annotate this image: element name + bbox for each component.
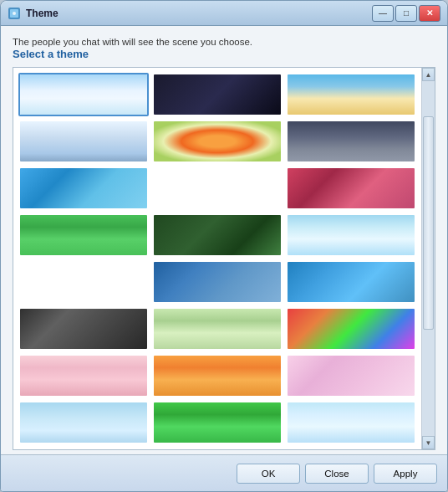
theme-thumbnail <box>20 74 147 115</box>
close-window-button[interactable]: ✕ <box>419 5 440 22</box>
theme-item[interactable] <box>18 73 149 116</box>
description-text: The people you chat with will see the sc… <box>13 37 252 47</box>
theme-item[interactable] <box>152 120 283 163</box>
theme-thumbnail <box>20 215 147 255</box>
maximize-button[interactable]: □ <box>395 5 417 22</box>
theme-item[interactable] <box>152 260 283 304</box>
theme-thumbnail <box>288 402 415 443</box>
theme-item[interactable] <box>18 120 149 163</box>
theme-thumbnail <box>288 168 415 208</box>
theme-thumbnail <box>288 121 415 161</box>
scroll-up-button[interactable]: ▲ <box>422 68 435 81</box>
dialog-footer: OK Close Apply <box>1 454 447 491</box>
theme-item[interactable] <box>152 354 283 397</box>
theme-thumbnail <box>154 402 281 443</box>
svg-point-2 <box>13 12 16 15</box>
window-title: Theme <box>26 8 372 19</box>
theme-item[interactable] <box>286 167 416 210</box>
theme-thumbnail <box>20 402 147 443</box>
title-bar: Theme — □ ✕ <box>1 1 447 26</box>
window-icon <box>8 7 21 20</box>
themes-grid <box>13 68 421 449</box>
theme-item[interactable] <box>18 401 149 444</box>
apply-button[interactable]: Apply <box>374 464 437 484</box>
theme-thumbnail <box>288 215 415 255</box>
theme-item[interactable] <box>152 401 283 444</box>
theme-item[interactable] <box>18 167 149 210</box>
window-controls: — □ ✕ <box>372 5 440 22</box>
theme-item[interactable] <box>152 73 283 116</box>
theme-thumbnail <box>20 356 147 396</box>
ok-button[interactable]: OK <box>237 464 300 484</box>
theme-item[interactable] <box>152 307 283 351</box>
theme-item[interactable] <box>18 307 149 351</box>
theme-thumbnail <box>154 356 281 396</box>
theme-thumbnail <box>20 309 147 349</box>
theme-thumbnail <box>20 168 147 208</box>
theme-item[interactable] <box>286 401 416 444</box>
theme-thumbnail <box>288 309 415 349</box>
scroll-down-button[interactable]: ▼ <box>422 436 435 449</box>
theme-item[interactable] <box>286 73 416 116</box>
theme-thumbnail <box>154 309 281 349</box>
theme-thumbnail <box>154 262 281 302</box>
scrollbar: ▲ ▼ <box>421 68 435 449</box>
theme-thumbnail <box>154 168 281 208</box>
theme-thumbnail <box>288 74 415 115</box>
theme-item[interactable] <box>286 307 416 351</box>
theme-thumbnail <box>288 356 415 396</box>
dialog-content: The people you chat with will see the sc… <box>1 26 447 454</box>
theme-thumbnail <box>20 121 147 161</box>
theme-thumbnail <box>154 121 281 161</box>
scroll-track <box>422 81 435 436</box>
scroll-thumb[interactable] <box>423 116 434 329</box>
theme-item[interactable] <box>18 260 149 304</box>
minimize-button[interactable]: — <box>372 5 394 22</box>
theme-thumbnail <box>288 262 415 302</box>
theme-item[interactable] <box>286 213 416 257</box>
theme-item[interactable] <box>152 213 283 257</box>
theme-thumbnail <box>154 74 281 115</box>
theme-item[interactable] <box>286 120 416 163</box>
theme-item[interactable] <box>152 167 283 210</box>
themes-section: ▲ ▼ <box>13 67 435 450</box>
themes-area: ▲ ▼ <box>13 67 435 450</box>
theme-item[interactable] <box>18 354 149 397</box>
theme-thumbnail <box>154 215 281 255</box>
theme-item[interactable] <box>18 213 149 257</box>
close-button[interactable]: Close <box>305 464 369 484</box>
theme-item[interactable] <box>286 260 416 304</box>
theme-item[interactable] <box>286 354 416 397</box>
theme-thumbnail <box>20 262 147 302</box>
theme-dialog: Theme — □ ✕ The people you chat with wil… <box>0 0 448 492</box>
section-title: Select a theme <box>13 48 435 60</box>
